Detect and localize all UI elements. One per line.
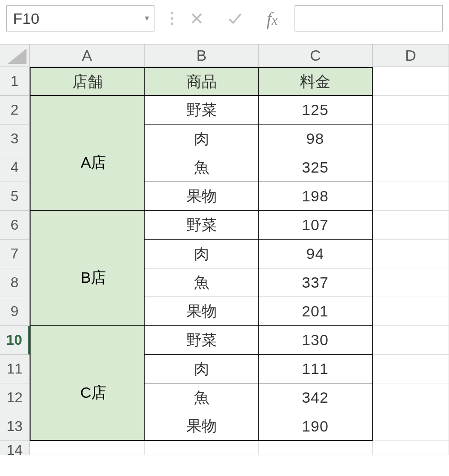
column-header-B[interactable]: B — [145, 44, 259, 67]
cell-A6[interactable] — [30, 211, 145, 240]
name-box-value: F10 — [13, 10, 40, 27]
cell-D9[interactable] — [373, 297, 449, 326]
cancel-button[interactable] — [178, 5, 216, 31]
cell-D3[interactable] — [373, 125, 449, 153]
spreadsheet-grid: A B C D 1 店舗 商品 料金 2 野菜 125 3 肉 98 4 — [0, 44, 449, 455]
chevron-down-icon[interactable]: ▼ — [143, 14, 150, 22]
row-header-5[interactable]: 5 — [0, 182, 30, 211]
cell-A12[interactable] — [30, 383, 145, 412]
cell-B5[interactable]: 果物 — [145, 182, 259, 211]
row-header-7[interactable]: 7 — [0, 240, 30, 268]
row-3: 3 肉 98 — [0, 125, 449, 153]
cell-A5[interactable] — [30, 182, 145, 211]
cell-A13[interactable] — [30, 412, 145, 441]
cell-D1[interactable] — [373, 67, 449, 96]
row-header-9[interactable]: 9 — [0, 297, 30, 326]
cell-A3[interactable] — [30, 125, 145, 153]
cell-C3[interactable]: 98 — [259, 125, 373, 153]
row-header-1[interactable]: 1 — [0, 67, 30, 96]
cell-C12[interactable]: 342 — [259, 383, 373, 412]
cell-B9[interactable]: 果物 — [145, 297, 259, 326]
cell-C9[interactable]: 201 — [259, 297, 373, 326]
cell-C8[interactable]: 337 — [259, 268, 373, 297]
cell-D12[interactable] — [373, 383, 449, 412]
row-8: 8 魚 337 — [0, 268, 449, 297]
row-header-4[interactable]: 4 — [0, 153, 30, 182]
cell-B4[interactable]: 魚 — [145, 153, 259, 182]
row-4: 4 魚 325 — [0, 153, 449, 182]
cell-B1[interactable]: 商品 — [145, 67, 259, 96]
cell-C6[interactable]: 107 — [259, 211, 373, 240]
column-header-A[interactable]: A — [30, 44, 145, 67]
cell-A2[interactable] — [30, 96, 145, 125]
select-all-corner[interactable] — [0, 44, 30, 67]
cell-A4[interactable] — [30, 153, 145, 182]
close-icon — [189, 11, 204, 26]
cell-C5[interactable]: 198 — [259, 182, 373, 211]
fx-icon: fx — [267, 8, 277, 29]
cell-D2[interactable] — [373, 96, 449, 125]
row-header-2[interactable]: 2 — [0, 96, 30, 125]
formula-input[interactable] — [295, 5, 443, 31]
cell-B13[interactable]: 果物 — [145, 412, 259, 441]
cell-C14[interactable] — [259, 441, 373, 455]
row-header-8[interactable]: 8 — [0, 268, 30, 297]
cell-A10[interactable] — [30, 326, 145, 355]
column-header-C[interactable]: C — [259, 44, 373, 67]
cell-B14[interactable] — [145, 441, 259, 455]
insert-function-button[interactable]: fx — [253, 5, 291, 31]
cell-B10[interactable]: 野菜 — [145, 326, 259, 355]
cell-D11[interactable] — [373, 355, 449, 383]
cell-A8[interactable] — [30, 268, 145, 297]
cell-C7[interactable]: 94 — [259, 240, 373, 268]
formula-buttons: fx — [166, 5, 291, 31]
cell-C1[interactable]: 料金 — [259, 67, 373, 96]
row-header-11[interactable]: 11 — [0, 355, 30, 383]
grid-rows: 1 店舗 商品 料金 2 野菜 125 3 肉 98 4 魚 325 — [0, 67, 449, 455]
column-header-D[interactable]: D — [373, 44, 449, 67]
cell-D5[interactable] — [373, 182, 449, 211]
row-header-10[interactable]: 10 — [0, 326, 30, 355]
cell-C11[interactable]: 111 — [259, 355, 373, 383]
cell-B8[interactable]: 魚 — [145, 268, 259, 297]
row-9: 9 果物 201 — [0, 297, 449, 326]
cell-B7[interactable]: 肉 — [145, 240, 259, 268]
cell-C2[interactable]: 125 — [259, 96, 373, 125]
row-header-3[interactable]: 3 — [0, 125, 30, 153]
cell-C10[interactable]: 130 — [259, 326, 373, 355]
row-header-13[interactable]: 13 — [0, 412, 30, 441]
row-header-14[interactable]: 14 — [0, 441, 30, 455]
cell-D7[interactable] — [373, 240, 449, 268]
cell-D14[interactable] — [373, 441, 449, 455]
row-14: 14 — [0, 441, 449, 455]
cell-D10[interactable] — [373, 326, 449, 355]
row-header-12[interactable]: 12 — [0, 383, 30, 412]
cell-B2[interactable]: 野菜 — [145, 96, 259, 125]
cell-D8[interactable] — [373, 268, 449, 297]
cell-B12[interactable]: 魚 — [145, 383, 259, 412]
cell-A9[interactable] — [30, 297, 145, 326]
column-headers: A B C D — [0, 44, 449, 67]
row-header-6[interactable]: 6 — [0, 211, 30, 240]
cell-B11[interactable]: 肉 — [145, 355, 259, 383]
row-6: 6 野菜 107 — [0, 211, 449, 240]
row-13: 13 果物 190 — [0, 412, 449, 441]
check-icon — [224, 11, 244, 26]
cell-C13[interactable]: 190 — [259, 412, 373, 441]
cell-A11[interactable] — [30, 355, 145, 383]
cell-A14[interactable] — [30, 441, 145, 455]
row-5: 5 果物 198 — [0, 182, 449, 211]
cell-A7[interactable] — [30, 240, 145, 268]
row-10: 10 野菜 130 — [0, 326, 449, 355]
cell-D6[interactable] — [373, 211, 449, 240]
expand-formula-icon[interactable] — [166, 12, 178, 25]
name-box[interactable]: F10 ▼ — [6, 5, 154, 31]
cell-B6[interactable]: 野菜 — [145, 211, 259, 240]
cell-D13[interactable] — [373, 412, 449, 441]
enter-button[interactable] — [216, 5, 253, 31]
cell-B3[interactable]: 肉 — [145, 125, 259, 153]
cell-A1[interactable]: 店舗 — [30, 67, 145, 96]
cell-D4[interactable] — [373, 153, 449, 182]
row-1: 1 店舗 商品 料金 — [0, 67, 449, 96]
cell-C4[interactable]: 325 — [259, 153, 373, 182]
